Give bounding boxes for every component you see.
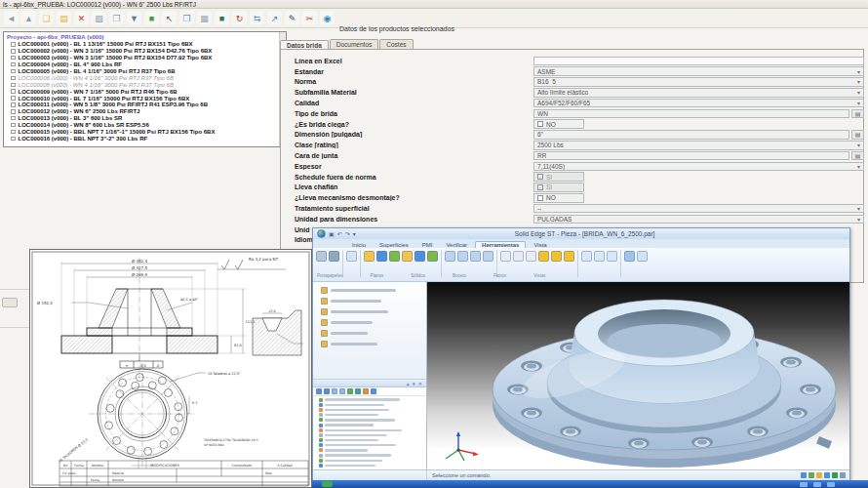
ribbon-icon[interactable] bbox=[329, 251, 339, 262]
library-row[interactable] bbox=[313, 285, 426, 296]
tree-item[interactable]: LOC000014 (v000) - WN 8" 600 Lbs SR ESP5… bbox=[4, 122, 286, 129]
ribbon-icon[interactable] bbox=[620, 250, 621, 277]
browse-button[interactable]: ▤ bbox=[851, 130, 864, 140]
checkbox-icon[interactable] bbox=[11, 102, 16, 107]
cad-window[interactable]: ▣ ↶ ↷ ▾ Solid Edge ST - Pieza - [BRIDA_W… bbox=[312, 227, 850, 480]
ribbon-icon[interactable] bbox=[470, 251, 481, 262]
toolbar-icon[interactable]: ✂ bbox=[302, 11, 317, 25]
chevron-down-icon[interactable]: ▾ bbox=[857, 78, 860, 85]
taskbar-item[interactable] bbox=[827, 482, 835, 487]
field-control[interactable]: RR ▾ bbox=[533, 151, 849, 161]
qat-chevron-icon[interactable]: ▾ bbox=[353, 230, 356, 237]
3d-viewport[interactable] bbox=[427, 282, 849, 469]
field-control[interactable]: NO ▾ bbox=[533, 119, 584, 129]
toolbar-icon[interactable]: ✎ bbox=[285, 11, 299, 25]
spec-titlebar[interactable]: ls - api-6bx_PRUEBA: LOC000012 (v000) - … bbox=[0, 0, 868, 9]
checkbox-icon[interactable] bbox=[11, 116, 16, 121]
tree-item[interactable]: LOC000004 (v000) - BL 4" 900 Lbs RF bbox=[4, 61, 286, 68]
tree-item[interactable]: LOC000003 (v000) - WN 3 1/16" 15000 Psi … bbox=[4, 55, 286, 61]
cad-titlebar[interactable]: ▣ ↶ ↷ ▾ Solid Edge ST - Pieza - [BRIDA_W… bbox=[313, 228, 849, 239]
library-pane[interactable] bbox=[313, 282, 426, 380]
checkbox-icon[interactable] bbox=[11, 109, 16, 114]
toolbar-icon[interactable]: ↗ bbox=[267, 11, 282, 25]
ribbon-icon[interactable] bbox=[526, 251, 536, 262]
save-icon[interactable]: ▣ bbox=[329, 230, 335, 237]
background-mini-button[interactable] bbox=[2, 298, 18, 307]
toolbar-icon[interactable]: ❐ bbox=[179, 11, 194, 25]
tree-item[interactable]: LOC000012 (v000) - WN 6" 2500 Lbs RF/RTJ bbox=[4, 108, 286, 115]
taskbar-item[interactable] bbox=[813, 482, 821, 487]
ribbon-icon[interactable] bbox=[427, 251, 438, 262]
drawing-window[interactable]: Ra 3,2 para N7 bbox=[29, 249, 312, 488]
toolbar-icon[interactable]: ■ bbox=[215, 11, 229, 25]
toolbar-icon[interactable]: ◉ bbox=[320, 11, 335, 25]
checkbox-icon[interactable] bbox=[11, 83, 16, 88]
field-control[interactable]: Alto límite elástico ▾ bbox=[533, 88, 864, 98]
ribbon-icon[interactable] bbox=[607, 251, 617, 262]
project-tree[interactable]: Proyecto - api-6bx_PRUEBA (v000) LOC0000… bbox=[3, 31, 287, 147]
status-icon[interactable] bbox=[809, 472, 814, 478]
ribbon-icon[interactable] bbox=[513, 251, 524, 262]
pathfinder-tool-icon[interactable] bbox=[371, 388, 376, 394]
toolbar-icon[interactable]: ▨ bbox=[92, 11, 106, 25]
tree-item[interactable]: LOC000002 (v000) - WN 3 1/16" 15000 Psi … bbox=[4, 48, 286, 55]
pathfinder-tool-icon[interactable] bbox=[316, 388, 322, 394]
pathfinder-tool-icon[interactable] bbox=[355, 388, 361, 394]
chevron-down-icon[interactable]: ▾ bbox=[857, 142, 860, 148]
pathfinder-tool-icon[interactable] bbox=[347, 388, 353, 394]
toolbar-icon[interactable]: ↖ bbox=[162, 11, 177, 25]
ribbon-tab[interactable]: Verificar bbox=[440, 242, 473, 248]
checkbox-icon[interactable] bbox=[537, 121, 543, 127]
ribbon-tab[interactable]: Herramientas bbox=[475, 241, 526, 248]
ribbon-tab[interactable]: PMI bbox=[416, 242, 439, 248]
toolbar-icon[interactable]: ◄ bbox=[4, 11, 19, 25]
library-row[interactable] bbox=[313, 296, 426, 306]
ribbon-icon[interactable] bbox=[316, 251, 327, 262]
field-control[interactable]: 2500 Lbs ▾ bbox=[533, 141, 864, 150]
ribbon-icon[interactable] bbox=[402, 251, 413, 262]
taskbar-item[interactable] bbox=[800, 482, 808, 487]
pathfinder-window-buttons[interactable]: ▴ ▾ ✕ bbox=[407, 381, 423, 386]
status-icon[interactable] bbox=[824, 472, 830, 478]
toolbar-icon[interactable]: ✕ bbox=[74, 11, 89, 25]
library-row[interactable] bbox=[313, 317, 426, 328]
tab[interactable]: Costes bbox=[379, 39, 413, 49]
ribbon-icon[interactable] bbox=[637, 251, 648, 262]
field-control[interactable]: ASME ▾ bbox=[533, 66, 864, 76]
toolbar-icon[interactable]: ▼ bbox=[127, 11, 141, 25]
checkbox-icon[interactable] bbox=[537, 174, 543, 180]
field-control[interactable]: 6" ▾ bbox=[533, 130, 849, 140]
ribbon-icon[interactable] bbox=[376, 251, 387, 262]
chevron-down-icon[interactable]: ▾ bbox=[857, 205, 860, 212]
field-control[interactable]: SI ▾ bbox=[533, 183, 584, 192]
checkbox-icon[interactable] bbox=[537, 195, 543, 201]
field-control[interactable]: NO ▾ bbox=[533, 193, 584, 203]
toolbar-icon[interactable]: ▦ bbox=[197, 11, 212, 25]
status-icon[interactable] bbox=[840, 472, 846, 478]
pathfinder-tree[interactable] bbox=[313, 396, 426, 468]
toolbar-icon[interactable]: ⇆ bbox=[250, 11, 264, 25]
checkbox-icon[interactable] bbox=[11, 137, 16, 142]
checkbox-icon[interactable] bbox=[11, 62, 16, 67]
chevron-down-icon[interactable]: ▾ bbox=[857, 163, 860, 170]
redo-icon[interactable]: ↷ bbox=[345, 230, 350, 237]
tree-item[interactable]: LOC000008 (v000) - WN 4 1/16" 3000 Psi R… bbox=[4, 81, 286, 88]
checkbox-icon[interactable] bbox=[11, 49, 16, 54]
checkbox-icon[interactable] bbox=[11, 96, 16, 101]
library-row[interactable] bbox=[313, 339, 426, 349]
ribbon-tab[interactable]: Superficies bbox=[374, 242, 414, 248]
toolbar-icon[interactable]: ❏ bbox=[39, 11, 54, 25]
taskbar[interactable] bbox=[312, 480, 868, 488]
pathfinder-tool-icon[interactable] bbox=[339, 388, 345, 394]
checkbox-icon[interactable] bbox=[11, 76, 16, 81]
toolbar-icon[interactable]: ↻ bbox=[232, 11, 247, 25]
ribbon-icon[interactable] bbox=[594, 251, 605, 262]
field-control[interactable]: A694/F52/F60/F65 ▾ bbox=[533, 99, 864, 108]
chevron-down-icon[interactable]: ▾ bbox=[857, 100, 860, 106]
checkbox-icon[interactable] bbox=[11, 123, 16, 128]
ribbon-icon[interactable] bbox=[500, 251, 511, 262]
ribbon-icon[interactable] bbox=[538, 251, 549, 262]
library-row[interactable] bbox=[313, 306, 426, 317]
ribbon-icon[interactable] bbox=[624, 251, 635, 262]
library-row[interactable] bbox=[313, 328, 426, 339]
